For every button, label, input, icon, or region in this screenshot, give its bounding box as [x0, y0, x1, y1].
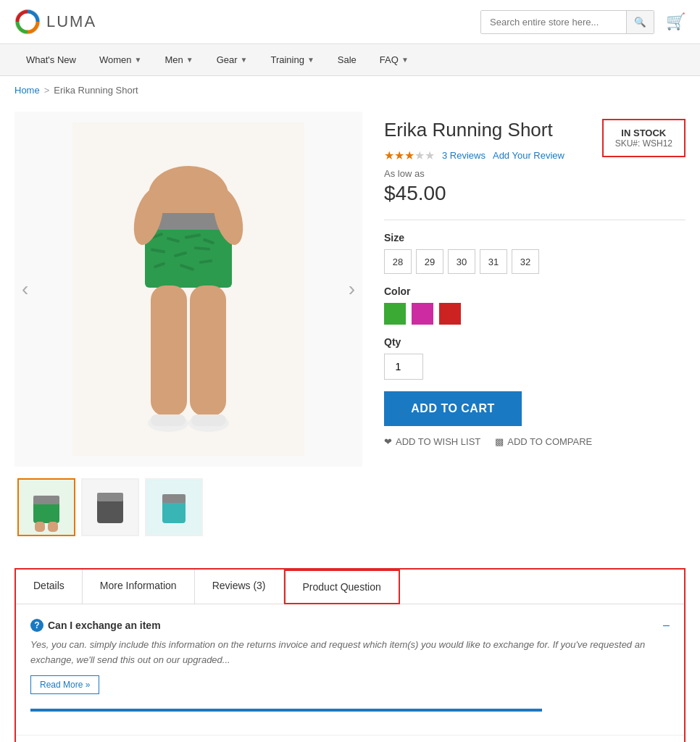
tab-product-question[interactable]: Product Question [284, 570, 400, 604]
size-btn-29[interactable]: 29 [416, 249, 443, 274]
logo-icon [14, 9, 41, 35]
question-icon: ? [30, 619, 43, 632]
qty-section: Qty [384, 336, 686, 380]
svg-rect-26 [33, 496, 59, 504]
size-label: Size [384, 232, 686, 243]
svg-rect-30 [97, 498, 123, 523]
image-prev-button[interactable]: ‹ [14, 270, 36, 308]
svg-rect-25 [33, 501, 59, 523]
chevron-down-icon: ▼ [307, 56, 314, 64]
search-icon: 🔍 [634, 17, 646, 28]
add-to-compare-link[interactable]: ▩ ADD TO COMPARE [495, 436, 592, 447]
size-btn-32[interactable]: 32 [512, 249, 539, 274]
tab-more-information[interactable]: More Information [83, 570, 195, 604]
chevron-down-icon: ▼ [186, 56, 193, 64]
color-swatch-green[interactable] [384, 303, 406, 325]
reviews-link[interactable]: 3 Reviews [442, 150, 486, 161]
svg-rect-34 [162, 494, 186, 503]
search-input[interactable] [481, 11, 626, 33]
qty-label: Qty [384, 336, 686, 348]
product-area: ‹ [0, 104, 700, 554]
svg-rect-16 [151, 285, 187, 416]
stock-status: IN STOCK [615, 128, 672, 138]
breadcrumb-separator: > [44, 85, 50, 96]
stock-badge: IN STOCK SKU#: WSH12 [602, 119, 686, 157]
thumbnail-2[interactable] [81, 478, 139, 536]
size-btn-28[interactable]: 28 [384, 249, 412, 274]
faq-question-title: Can I exchange an item [48, 620, 161, 631]
qty-input[interactable] [384, 354, 423, 380]
tabs-section: Details More Information Reviews (3) Pro… [14, 568, 686, 742]
action-links: ❤ ADD TO WISH LIST ▩ ADD TO COMPARE [384, 436, 686, 447]
svg-rect-5 [146, 231, 230, 286]
faq-collapse-button[interactable]: – [663, 619, 670, 632]
rating-row: ★★★★★ 3 Reviews Add Your Review [384, 149, 602, 162]
nav-item-training[interactable]: Training ▼ [259, 44, 325, 75]
color-swatch-magenta[interactable] [412, 303, 433, 325]
product-image-svg [72, 122, 304, 456]
breadcrumb-home[interactable]: Home [14, 85, 40, 96]
chevron-down-icon: ▼ [401, 56, 409, 64]
size-btn-30[interactable]: 30 [448, 249, 475, 274]
as-low-as-label: As low as [384, 168, 686, 179]
thumbnail-list [14, 475, 362, 539]
search-bar: 🔍 [480, 10, 654, 34]
nav-item-faq[interactable]: FAQ ▼ [368, 44, 420, 75]
image-next-button[interactable]: › [341, 270, 362, 308]
progress-bar [30, 709, 542, 712]
size-options: 28 29 30 31 32 [384, 249, 686, 274]
divider [384, 220, 686, 220]
faq-answer: Yes, you can. simply include this inform… [30, 638, 670, 668]
breadcrumb: Home > Erika Running Short [0, 76, 700, 104]
add-to-cart-button[interactable]: Add to Cart [384, 391, 522, 426]
svg-rect-31 [97, 493, 123, 501]
tab-reviews[interactable]: Reviews (3) [195, 570, 284, 604]
thumbnail-1[interactable] [17, 478, 75, 536]
faq-item: ? Can I exchange an item – Yes, you can.… [30, 619, 670, 694]
nav-item-women[interactable]: Women ▼ [88, 44, 153, 75]
product-info: IN STOCK SKU#: WSH12 Erika Running Short… [384, 112, 686, 539]
nav-item-gear[interactable]: Gear ▼ [205, 44, 259, 75]
compare-icon: ▩ [495, 436, 504, 447]
svg-rect-17 [190, 285, 226, 416]
nav-item-men[interactable]: Men ▼ [153, 44, 204, 75]
price-area: As low as $45.00 [384, 168, 686, 205]
chevron-down-icon: ▼ [135, 56, 142, 64]
sku-value: SKU#: WSH12 [615, 138, 672, 149]
color-options [384, 303, 686, 325]
faq-question: ? Can I exchange an item – [30, 619, 670, 632]
svg-rect-27 [35, 522, 45, 532]
logo[interactable]: LUMA [14, 9, 96, 35]
add-to-wishlist-link[interactable]: ❤ ADD TO WISH LIST [384, 436, 480, 447]
add-review-link[interactable]: Add Your Review [493, 150, 564, 161]
main-product-image: ‹ [14, 112, 362, 467]
tabs-header: Details More Information Reviews (3) Pro… [16, 570, 684, 604]
cart-icon[interactable]: 🛒 [666, 12, 686, 31]
search-button[interactable]: 🔍 [626, 11, 654, 33]
svg-rect-28 [48, 522, 58, 532]
svg-rect-19 [151, 414, 186, 426]
svg-rect-33 [162, 500, 186, 523]
logo-text: LUMA [46, 12, 96, 31]
star-rating: ★★★★★ [384, 149, 435, 162]
image-gallery: ‹ [14, 112, 362, 539]
nav-item-whats-new[interactable]: What's New [14, 44, 88, 75]
header: LUMA 🔍 🛒 [0, 0, 700, 44]
color-swatch-red[interactable] [439, 303, 461, 325]
breadcrumb-current: Erika Running Short [54, 85, 138, 96]
color-section: Color [384, 285, 686, 325]
thumbnail-3[interactable] [145, 478, 203, 536]
main-nav: What's New Women ▼ Men ▼ Gear ▼ Training… [0, 44, 700, 76]
nav-item-sale[interactable]: Sale [326, 44, 368, 75]
chevron-down-icon: ▼ [241, 56, 248, 64]
tab-content-product-question: ? Can I exchange an item – Yes, you can.… [16, 604, 684, 735]
bottom-question-bar: Did you find what you were looking for? … [16, 735, 684, 742]
tab-details[interactable]: Details [16, 570, 83, 604]
size-btn-31[interactable]: 31 [480, 249, 507, 274]
read-more-button[interactable]: Read More » [30, 675, 99, 694]
size-section: Size 28 29 30 31 32 [384, 232, 686, 274]
product-price: $45.00 [384, 182, 686, 205]
svg-rect-21 [191, 414, 226, 426]
color-label: Color [384, 285, 686, 297]
heart-icon: ❤ [384, 436, 392, 447]
